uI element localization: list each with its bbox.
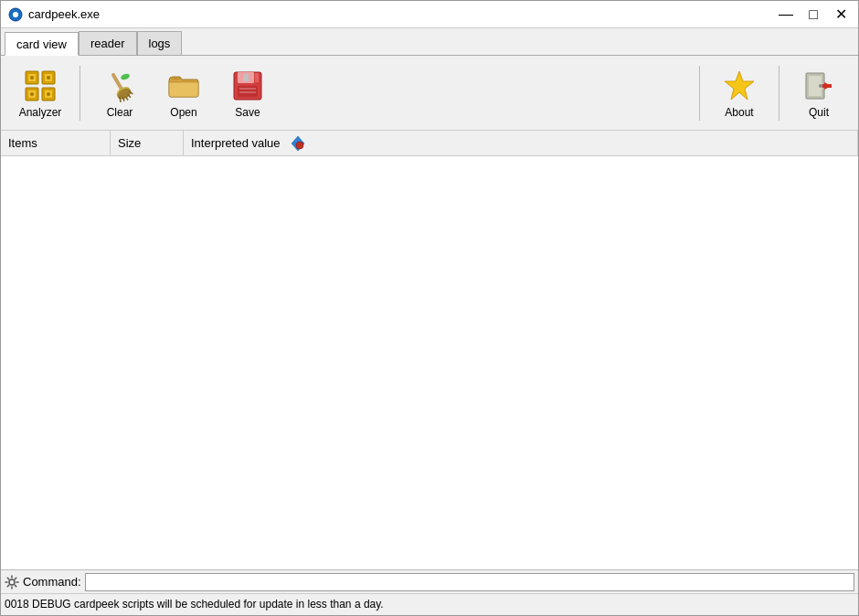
separator-2 [699, 66, 700, 121]
gear-icon [5, 575, 19, 589]
about-icon [721, 68, 758, 104]
command-row: Command: [1, 570, 858, 594]
save-icon [229, 68, 266, 104]
interpreted-icon [290, 135, 306, 152]
svg-point-33 [819, 84, 822, 88]
toolbar: Analyzer [1, 56, 858, 131]
clear-button[interactable]: Clear [88, 61, 152, 125]
about-button[interactable]: About [707, 61, 771, 125]
maximize-button[interactable]: □ [803, 5, 823, 25]
table-body [1, 156, 858, 522]
svg-point-10 [30, 76, 34, 80]
open-label: Open [170, 106, 196, 119]
clear-icon [101, 68, 138, 104]
column-size: Size [111, 131, 184, 155]
column-interpreted: Interpreted value [184, 131, 858, 155]
svg-rect-27 [239, 88, 256, 90]
tab-card-view[interactable]: card view [5, 32, 79, 56]
svg-rect-25 [243, 74, 249, 81]
analyzer-icon [22, 68, 58, 104]
tab-logs[interactable]: logs [137, 31, 183, 55]
svg-point-22 [120, 72, 130, 80]
svg-point-37 [296, 142, 303, 149]
svg-point-12 [47, 76, 50, 80]
analyzer-button[interactable]: Analyzer [8, 61, 72, 125]
about-label: About [725, 106, 753, 119]
tab-reader[interactable]: reader [79, 31, 137, 55]
open-icon [165, 68, 202, 104]
minimize-button[interactable]: — [776, 5, 796, 25]
debug-row: 0018 DEBUG cardpeek scripts will be sche… [1, 594, 858, 614]
table-area: Items Size Interpreted value [1, 131, 858, 569]
titlebar-left: cardpeek.exe [8, 7, 100, 22]
app-icon [8, 7, 23, 22]
analyzer-label: Analyzer [19, 106, 62, 119]
separator-3 [779, 66, 779, 121]
command-label: Command: [23, 575, 81, 589]
quit-label: Quit [809, 106, 829, 119]
svg-marker-30 [725, 71, 754, 100]
titlebar: cardpeek.exe — □ ✕ [1, 1, 858, 28]
svg-point-1 [13, 12, 18, 17]
separator-1 [80, 66, 80, 121]
svg-point-38 [9, 579, 15, 585]
debug-text: 0018 DEBUG cardpeek scripts will be sche… [5, 598, 384, 611]
save-label: Save [235, 106, 260, 119]
svg-rect-29 [255, 73, 259, 82]
quit-button[interactable]: Quit [787, 61, 851, 125]
clear-label: Clear [107, 106, 133, 119]
titlebar-controls: — □ ✕ [776, 5, 851, 25]
svg-rect-35 [822, 84, 832, 88]
svg-point-13 [47, 92, 50, 96]
quit-icon [801, 68, 837, 104]
command-input[interactable] [85, 573, 854, 591]
svg-rect-28 [239, 91, 256, 93]
close-button[interactable]: ✕ [831, 5, 851, 25]
save-button[interactable]: Save [216, 61, 280, 125]
tabbar: card view reader logs [1, 28, 858, 56]
window-title: cardpeek.exe [28, 7, 100, 21]
column-items: Items [1, 131, 111, 155]
svg-point-11 [30, 92, 34, 96]
open-button[interactable]: Open [152, 61, 216, 125]
statusbar: Command: 0018 DEBUG cardpeek scripts wil… [1, 569, 858, 615]
table-header: Items Size Interpreted value [1, 131, 858, 156]
